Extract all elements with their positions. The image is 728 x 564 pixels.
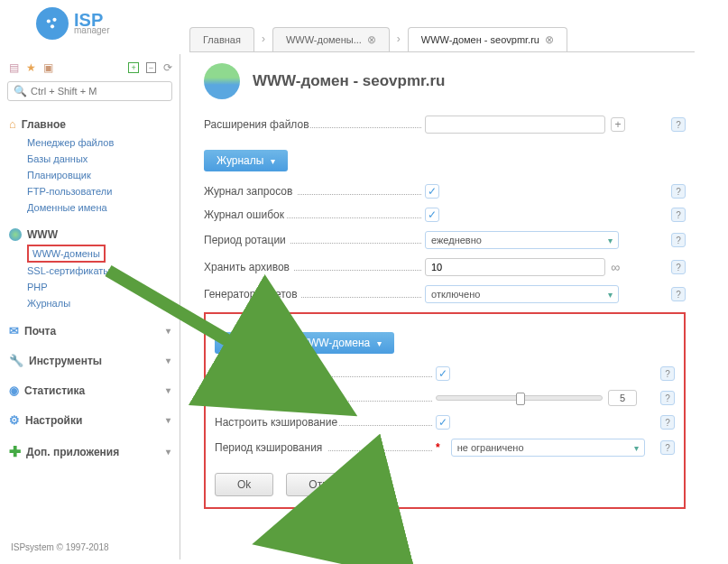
label-error-log: Журнал ошибок [204, 208, 425, 221]
tools-icon: 🔧 [9, 354, 23, 367]
nav-header-main[interactable]: ⌂Главное [7, 114, 172, 134]
nav-item-databases[interactable]: Базы данных [27, 151, 172, 167]
page-title-row: WWW-домен - seovpmr.ru [204, 63, 686, 99]
home-icon: ⌂ [9, 117, 16, 131]
nav-item-www-domains[interactable]: WWW-домены [27, 245, 106, 263]
label-reports: Генератор отчетов [204, 288, 425, 300]
tab-bar: Главная › WWW-домены...⊗ › WWW-домен - s… [189, 27, 695, 52]
help-icon[interactable]: ? [671, 260, 686, 274]
sidebar: ▤ ★ ▣ + − ⟳ 🔍 ⌂Главное Менеджер файлов Б… [0, 54, 180, 559]
tab-main[interactable]: Главная [189, 27, 254, 51]
row-rotation: Период ротации ежедневно▾? [204, 231, 686, 249]
close-icon[interactable]: ⊗ [367, 33, 376, 46]
help-icon[interactable]: ? [671, 117, 686, 132]
help-icon[interactable]: ? [671, 184, 686, 199]
search-box[interactable]: 🔍 [7, 81, 172, 101]
help-icon[interactable]: ? [660, 440, 675, 455]
nav-item-ssl[interactable]: SSL-сертификаты [27, 263, 172, 279]
nav-header-label: Настройки [25, 414, 82, 427]
search-input[interactable] [31, 86, 166, 97]
section-header-optimization[interactable]: Оптимизация WWW-домена▾ [215, 332, 394, 354]
input-archives[interactable] [425, 258, 605, 276]
label-compress: Настроить сжатие [215, 367, 436, 380]
checkbox-error-log[interactable]: ✓ [425, 208, 439, 222]
row-error-log: Журнал ошибок ✓? [204, 208, 686, 222]
chevron-down-icon: ▾ [608, 290, 613, 300]
copyright: ISPsystem © 1997-2018 [11, 542, 109, 552]
gear-icon: ⚙ [9, 413, 20, 427]
chevron-down-icon: ▾ [166, 415, 170, 425]
svg-point-2 [51, 24, 54, 28]
help-icon[interactable]: ? [671, 233, 686, 247]
select-rotation[interactable]: ежедневно▾ [425, 231, 619, 249]
help-icon[interactable]: ? [660, 366, 675, 381]
input-file-ext[interactable] [425, 116, 605, 134]
section-header-journals[interactable]: Журналы▾ [204, 150, 288, 171]
row-file-ext: Расширения файлов + ? [204, 116, 686, 134]
select-cache-period[interactable]: не ограничено▾ [451, 439, 645, 457]
globe-icon [9, 228, 22, 241]
chevron-down-icon: ▾ [271, 156, 275, 166]
row-request-log: Журнал запросов ✓? [204, 184, 686, 199]
select-reports[interactable]: отключено▾ [425, 285, 619, 303]
nav-header-mail[interactable]: ✉Почта▾ [7, 320, 172, 341]
tab-www-domains[interactable]: WWW-домены...⊗ [272, 27, 390, 51]
nav-header-settings[interactable]: ⚙Настройки▾ [7, 410, 172, 430]
nav-header-stats[interactable]: ◉Статистика▾ [7, 380, 172, 401]
section-header-label: Оптимизация WWW-домена [227, 337, 370, 349]
row-reports: Генератор отчетов отключено▾? [204, 285, 686, 303]
checkbox-request-log[interactable]: ✓ [425, 184, 439, 199]
chevron-down-icon: ▾ [166, 326, 170, 336]
tab-separator: › [393, 27, 404, 51]
section-header-label: Журналы [217, 154, 263, 167]
nav-item-file-manager[interactable]: Менеджер файлов [27, 134, 172, 151]
button-row: Ok Отмена [215, 473, 675, 496]
checkbox-cache[interactable]: ✓ [436, 415, 450, 430]
row-compress-level: Уровень сжатия 5 ? [215, 390, 675, 406]
nav-item-domain-names[interactable]: Доменные имена [27, 199, 172, 216]
nav-item-logs[interactable]: Журналы [27, 295, 172, 311]
row-compress: Настроить сжатие ✓? [215, 366, 675, 381]
required-icon: * [436, 441, 440, 454]
expand-icon[interactable]: + [128, 62, 138, 73]
select-value: отключено [431, 289, 480, 300]
label-compress-level: Уровень сжатия [215, 392, 436, 404]
chevron-down-icon: ▾ [634, 443, 639, 453]
nav-header-addons[interactable]: ✚Доп. приложения▾ [7, 439, 172, 464]
chevron-down-icon: ▾ [608, 236, 613, 245]
logo-icon [36, 7, 69, 40]
nav-header-label: Инструменты [29, 355, 102, 367]
cancel-button[interactable]: Отмена [286, 473, 370, 496]
ok-button[interactable]: Ok [215, 473, 273, 496]
nav-header-tools[interactable]: 🔧Инструменты▾ [7, 350, 172, 371]
refresh-icon[interactable]: ⟳ [163, 61, 172, 74]
nav-item-php[interactable]: PHP [27, 279, 172, 295]
label-file-ext: Расширения файлов [204, 118, 425, 131]
star-icon[interactable]: ★ [26, 61, 36, 74]
nav-item-scheduler[interactable]: Планировщик [27, 167, 172, 183]
tab-www-domain-edit[interactable]: WWW-домен - seovpmr.ru⊗ [408, 27, 567, 51]
checkbox-compress[interactable]: ✓ [436, 366, 450, 381]
slider-value: 5 [608, 390, 637, 406]
infinity-icon[interactable]: ∞ [611, 260, 620, 274]
logo-subtitle: manager [74, 27, 109, 34]
chevron-down-icon: ▾ [166, 447, 170, 457]
nav-item-ftp-users[interactable]: FTP-пользователи [27, 183, 172, 199]
help-icon[interactable]: ? [660, 415, 675, 430]
collapse-icon[interactable]: − [146, 62, 156, 73]
help-icon[interactable]: ? [671, 208, 686, 222]
briefcase-icon[interactable]: ▣ [43, 61, 53, 74]
add-button[interactable]: + [611, 117, 625, 132]
list-icon[interactable]: ▤ [9, 61, 19, 74]
label-cache: Настроить кэширование [215, 416, 436, 429]
help-icon[interactable]: ? [671, 287, 686, 301]
label-archives: Хранить архивов [204, 261, 425, 273]
slider-thumb[interactable] [516, 393, 525, 405]
optimization-section: Оптимизация WWW-домена▾ Настроить сжатие… [204, 312, 686, 509]
nav-header-label: Главное [22, 118, 66, 131]
slider-compress-level[interactable]: 5 [436, 390, 637, 406]
help-icon[interactable]: ? [660, 391, 675, 405]
close-icon[interactable]: ⊗ [545, 33, 554, 46]
nav-header-www[interactable]: WWW [7, 225, 172, 245]
select-value: не ограничено [457, 442, 524, 453]
